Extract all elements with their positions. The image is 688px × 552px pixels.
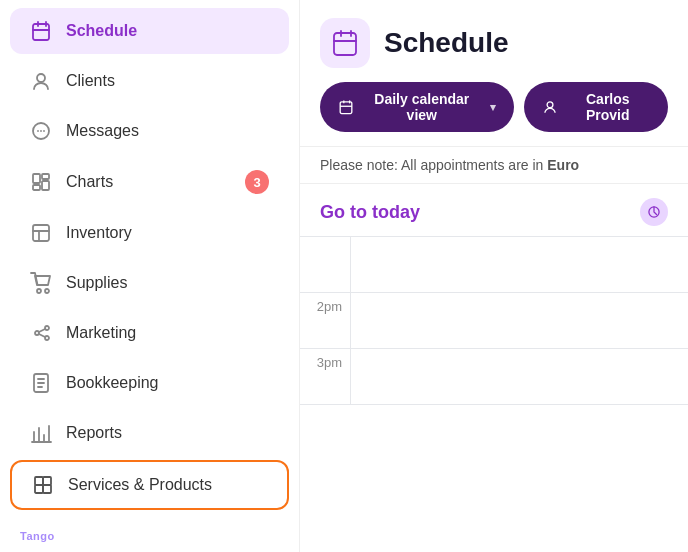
page-title: Schedule bbox=[384, 27, 508, 59]
go-today-row: Go to today bbox=[300, 184, 688, 236]
sidebar-item-bookkeeping-label: Bookkeeping bbox=[66, 374, 159, 392]
messages-icon bbox=[30, 120, 52, 142]
today-indicator bbox=[640, 198, 668, 226]
inventory-icon bbox=[30, 222, 52, 244]
svg-rect-31 bbox=[35, 485, 43, 493]
time-slot-empty bbox=[300, 237, 688, 293]
time-slot-2pm: 2pm bbox=[300, 293, 688, 349]
clients-icon bbox=[30, 70, 52, 92]
time-slot-3pm: 3pm bbox=[300, 349, 688, 405]
svg-rect-6 bbox=[33, 174, 40, 183]
time-col-3pm bbox=[350, 349, 688, 404]
title-row: Schedule bbox=[320, 18, 668, 68]
svg-rect-9 bbox=[42, 181, 49, 190]
svg-point-4 bbox=[37, 74, 45, 82]
svg-rect-30 bbox=[43, 477, 51, 485]
reports-icon bbox=[30, 422, 52, 444]
calendar-grid: 2pm 3pm bbox=[300, 236, 688, 552]
sidebar-item-schedule-label: Schedule bbox=[66, 22, 137, 40]
sidebar-item-clients-label: Clients bbox=[66, 72, 115, 90]
main-header: Schedule Daily calendar view ▾ Carlos Pr… bbox=[300, 0, 688, 147]
sidebar-item-marketing-label: Marketing bbox=[66, 324, 136, 342]
sidebar-footer: Tango bbox=[0, 520, 299, 552]
svg-rect-33 bbox=[334, 33, 356, 55]
sidebar-item-supplies-label: Supplies bbox=[66, 274, 127, 292]
sidebar: Schedule Clients Messages bbox=[0, 0, 300, 552]
svg-point-41 bbox=[547, 102, 553, 108]
sidebar-item-services-products-label: Services & Products bbox=[68, 476, 212, 494]
sidebar-item-bookkeeping[interactable]: Bookkeeping bbox=[10, 360, 289, 406]
sidebar-item-marketing[interactable]: Marketing bbox=[10, 310, 289, 356]
supplies-icon bbox=[30, 272, 52, 294]
chevron-down-icon: ▾ bbox=[490, 101, 496, 114]
marketing-icon bbox=[30, 322, 52, 344]
user-button-label: Carlos Provid bbox=[566, 91, 650, 123]
go-today-button[interactable]: Go to today bbox=[320, 202, 420, 223]
sidebar-item-messages[interactable]: Messages bbox=[10, 108, 289, 154]
svg-rect-10 bbox=[33, 225, 49, 241]
svg-line-18 bbox=[39, 329, 45, 332]
bookkeeping-icon bbox=[30, 372, 52, 394]
calendar-icon bbox=[30, 20, 52, 42]
time-label-2pm: 2pm bbox=[300, 293, 350, 314]
sidebar-item-reports[interactable]: Reports bbox=[10, 410, 289, 456]
calendar-area: Go to today 2pm 3pm bbox=[300, 184, 688, 552]
svg-rect-8 bbox=[42, 174, 49, 179]
time-col-2pm bbox=[350, 293, 688, 348]
svg-rect-37 bbox=[340, 102, 352, 114]
notice-text: Please note: All appointments are in Eur… bbox=[320, 157, 579, 173]
notice-bar: Please note: All appointments are in Eur… bbox=[300, 147, 688, 184]
charts-icon bbox=[30, 171, 52, 193]
sidebar-item-inventory[interactable]: Inventory bbox=[10, 210, 289, 256]
sidebar-item-charts-label: Charts bbox=[66, 173, 113, 191]
main-content: Schedule Daily calendar view ▾ Carlos Pr… bbox=[300, 0, 688, 552]
sidebar-item-charts[interactable]: Charts 3 bbox=[10, 158, 289, 206]
sidebar-item-schedule[interactable]: Schedule bbox=[10, 8, 289, 54]
svg-rect-29 bbox=[35, 477, 43, 485]
sidebar-item-inventory-label: Inventory bbox=[66, 224, 132, 242]
services-products-icon bbox=[32, 474, 54, 496]
toolbar: Daily calendar view ▾ Carlos Provid bbox=[320, 82, 668, 132]
sidebar-item-services-products[interactable]: Services & Products bbox=[10, 460, 289, 510]
svg-line-19 bbox=[39, 334, 45, 337]
time-col-empty bbox=[350, 237, 688, 292]
sidebar-item-messages-label: Messages bbox=[66, 122, 139, 140]
sidebar-item-clients[interactable]: Clients bbox=[10, 58, 289, 104]
time-label-3pm: 3pm bbox=[300, 349, 350, 370]
view-button-label: Daily calendar view bbox=[362, 91, 482, 123]
schedule-title-icon bbox=[320, 18, 370, 68]
sidebar-item-supplies[interactable]: Supplies bbox=[10, 260, 289, 306]
svg-rect-7 bbox=[33, 185, 40, 190]
charts-badge: 3 bbox=[245, 170, 269, 194]
svg-rect-32 bbox=[43, 485, 51, 493]
user-selector-button[interactable]: Carlos Provid bbox=[524, 82, 668, 132]
svg-point-14 bbox=[45, 289, 49, 293]
view-selector-button[interactable]: Daily calendar view ▾ bbox=[320, 82, 514, 132]
sidebar-item-reports-label: Reports bbox=[66, 424, 122, 442]
svg-point-13 bbox=[37, 289, 41, 293]
time-label-empty bbox=[300, 237, 350, 243]
